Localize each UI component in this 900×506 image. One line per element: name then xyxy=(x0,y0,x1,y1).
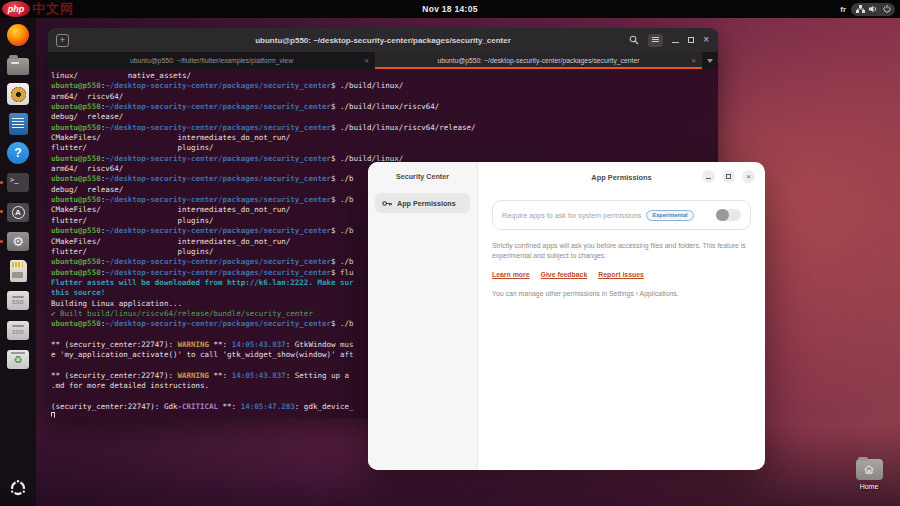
links-row: Learn moreGive feedbackReport issues xyxy=(492,271,644,278)
dock-item-app-center[interactable]: A xyxy=(5,200,31,224)
link-give-feedback[interactable]: Give feedback xyxy=(541,271,588,278)
dock-item-trash[interactable]: ♻ xyxy=(5,348,31,372)
home-folder-icon xyxy=(856,459,883,480)
system-tray[interactable] xyxy=(851,3,895,16)
permissions-toggle[interactable] xyxy=(716,209,741,222)
sidebar-title: Security Center xyxy=(368,172,477,181)
dock-item-disk-ssd-1[interactable]: SSD xyxy=(5,289,31,313)
tab-label: ubuntu@p550: ~/desktop-security-center/p… xyxy=(437,57,639,64)
tab-label: ubuntu@p550: ~/flutter/flutter/examples/… xyxy=(130,57,293,64)
help-icon: ? xyxy=(7,142,29,164)
keyboard-layout-indicator[interactable]: fr xyxy=(840,5,846,14)
ubuntu-logo-icon xyxy=(8,478,28,498)
ssd-drive-icon: SSD xyxy=(7,321,29,340)
terminal-line: flutter/ plugins/ xyxy=(51,143,718,153)
key-icon xyxy=(382,200,392,207)
home-label: Home xyxy=(849,483,889,490)
tab-list-dropdown[interactable] xyxy=(702,52,718,69)
top-bar: php 中文网 Nov 18 14:05 fr xyxy=(0,0,900,18)
maximize-icon[interactable] xyxy=(688,37,694,43)
hamburger-icon xyxy=(652,37,659,42)
close-icon[interactable]: × xyxy=(703,35,709,45)
running-indicator xyxy=(0,181,3,184)
terminal-icon: >_ xyxy=(7,173,29,192)
maximize-button[interactable] xyxy=(722,170,735,183)
terminal-tab[interactable]: ubuntu@p550: ~/flutter/flutter/examples/… xyxy=(48,52,375,69)
terminal-tab[interactable]: ubuntu@p550: ~/desktop-security-center/p… xyxy=(375,52,702,69)
minimize-icon[interactable] xyxy=(672,42,679,43)
close-button[interactable]: × xyxy=(742,170,755,183)
close-icon: × xyxy=(746,173,751,181)
minimize-button[interactable] xyxy=(702,170,715,183)
libreoffice-writer-icon xyxy=(9,113,28,135)
toggle-knob xyxy=(716,209,729,222)
sidebar-item-label: App Permissions xyxy=(397,199,456,208)
dock-item-firefox[interactable] xyxy=(5,23,31,47)
window-controls: × xyxy=(702,170,755,183)
permission-setting-card: Require apps to ask for system permissio… xyxy=(492,200,751,230)
terminal-line: ubuntu@p550:~/desktop-security-center/pa… xyxy=(51,102,718,112)
watermark: php 中文网 xyxy=(2,0,74,18)
watermark-text: 中文网 xyxy=(32,0,74,18)
rhythmbox-icon xyxy=(7,83,29,105)
dock-item-sd-card[interactable] xyxy=(5,259,31,283)
sidebar-item-app-permissions[interactable]: App Permissions xyxy=(375,193,470,213)
trash-icon: ♻ xyxy=(7,350,29,369)
dock-item-settings[interactable]: ⚙ xyxy=(5,230,31,254)
description-text: Strictly confined apps will ask you befo… xyxy=(492,241,758,262)
dock-item-files[interactable] xyxy=(5,53,31,77)
running-indicator xyxy=(0,210,3,213)
terminal-title: ubuntu@p550: ~/desktop-security-center/p… xyxy=(255,36,511,45)
power-icon xyxy=(883,5,891,13)
hamburger-menu-button[interactable] xyxy=(648,34,663,47)
security-center-sidebar: Security Center App Permissions xyxy=(368,162,478,470)
footnote-text: You can manage other permissions in Sett… xyxy=(492,290,679,297)
tab-close-icon[interactable]: × xyxy=(364,56,369,65)
security-center-main: App Permissions × Require apps to ask fo… xyxy=(478,162,765,470)
terminal-line: linux/ native_assets/ xyxy=(51,71,718,81)
new-tab-button[interactable]: + xyxy=(56,34,69,47)
terminal-cursor xyxy=(51,412,55,418)
dock-item-rhythmbox[interactable] xyxy=(5,82,31,106)
maximize-icon xyxy=(726,174,731,179)
chevron-down-icon xyxy=(707,59,713,63)
dock-item-libreoffice-writer[interactable] xyxy=(5,112,31,136)
gear-icon: ⚙ xyxy=(7,232,29,251)
dock-item-disk-ssd-2[interactable]: SSD xyxy=(5,318,31,342)
clock[interactable]: Nov 18 14:05 xyxy=(422,4,478,14)
terminal-line: arm64/ riscv64/ xyxy=(51,92,718,102)
dock-item-help[interactable]: ? xyxy=(5,141,31,165)
network-icon xyxy=(856,5,865,13)
terminal-line: ubuntu@p550:~/desktop-security-center/pa… xyxy=(51,81,718,91)
running-indicator xyxy=(0,240,3,243)
terminal-tab-bar: ubuntu@p550: ~/flutter/flutter/examples/… xyxy=(48,52,718,69)
experimental-badge: Experimental xyxy=(646,210,693,221)
security-center-window: Security Center App Permissions App Perm… xyxy=(368,162,765,470)
dock: ?>_A⚙SSDSSD♻ xyxy=(0,18,36,506)
link-report-issues[interactable]: Report issues xyxy=(598,271,644,278)
dock-item-terminal[interactable]: >_ xyxy=(5,171,31,195)
terminal-titlebar[interactable]: + ubuntu@p550: ~/desktop-security-center… xyxy=(48,28,718,52)
link-learn-more[interactable]: Learn more xyxy=(492,271,530,278)
firefox-icon xyxy=(7,24,29,46)
tab-close-icon[interactable]: × xyxy=(691,56,696,65)
search-icon[interactable] xyxy=(629,35,639,45)
setting-label: Require apps to ask for system permissio… xyxy=(502,211,641,220)
php-logo-icon: php xyxy=(2,1,30,17)
minimize-icon xyxy=(706,178,711,179)
house-icon xyxy=(863,464,875,475)
terminal-line: debug/ release/ xyxy=(51,112,718,122)
terminal-line: ubuntu@p550:~/desktop-security-center/pa… xyxy=(51,123,718,133)
desktop-home-shortcut[interactable]: Home xyxy=(849,459,889,490)
volume-icon xyxy=(869,5,878,13)
sd-card-icon xyxy=(10,260,27,282)
terminal-line: CMakeFiles/ intermediates_do_not_run/ xyxy=(51,133,718,143)
app-center-icon: A xyxy=(7,203,29,222)
dock-item-show-apps[interactable] xyxy=(5,476,31,500)
ssd-drive-icon: SSD xyxy=(7,291,29,310)
files-icon xyxy=(7,58,29,75)
